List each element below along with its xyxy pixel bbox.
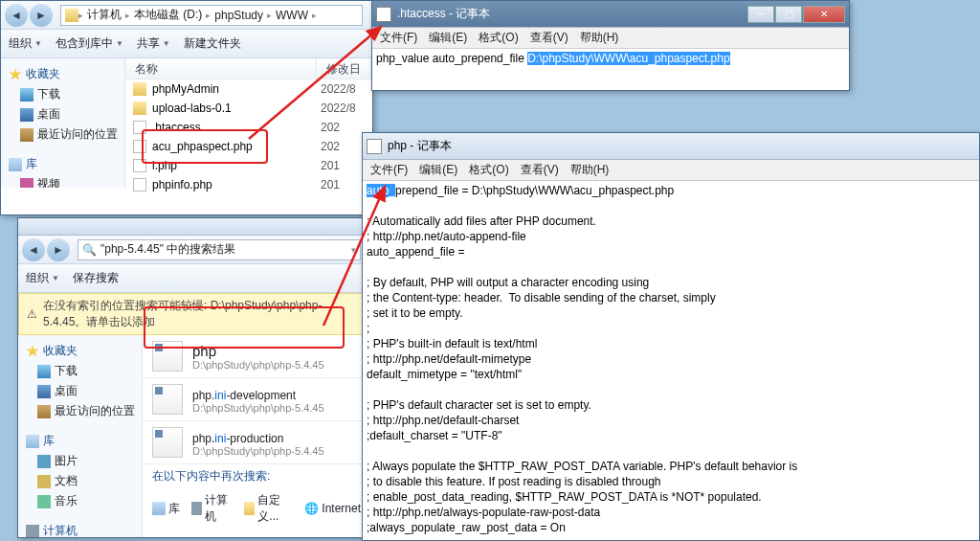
file-name: acu_phpaspect.php: [152, 140, 253, 153]
menu-edit[interactable]: 编辑(E): [419, 162, 457, 178]
result-php-ini-dev[interactable]: php.ini-development D:\phpStudy\php\php-…: [143, 378, 370, 421]
max-button[interactable]: ▢: [775, 6, 802, 23]
ini-icon: [152, 427, 183, 458]
menu-bar: 文件(F) 编辑(E) 格式(O) 查看(V) 帮助(H): [372, 28, 849, 49]
menu-view[interactable]: 查看(V): [530, 30, 568, 46]
sidebar: 收藏夹 下载 桌面 最近访问的位置 库 视频: [1, 58, 125, 188]
ini-icon: [152, 384, 183, 415]
titlebar[interactable]: .htaccess - 记事本 ─ ▢ ✕: [372, 1, 849, 28]
again-internet[interactable]: 🌐Internet: [304, 492, 361, 525]
menu-help[interactable]: 帮助(H): [580, 30, 619, 46]
text-area[interactable]: auto_prepend_file = D:\phpStudy\WWW\acu_…: [363, 181, 979, 541]
file-date: 2022/8: [321, 82, 356, 96]
share-button[interactable]: 共享▼: [137, 35, 170, 52]
sidebar: 收藏夹 下载 桌面 最近访问的位置 库 图片 文档 音乐 计算机: [18, 335, 143, 537]
file-list: 名称 修改日 phpMyAdmin2022/8upload-labs-0.120…: [125, 58, 372, 188]
titlebar: [18, 218, 370, 236]
notepad-htaccess-window: .htaccess - 记事本 ─ ▢ ✕ 文件(F) 编辑(E) 格式(O) …: [371, 0, 850, 91]
again-custom[interactable]: 自定义...: [244, 492, 293, 525]
sidebar-recent[interactable]: 最近访问的位置: [18, 401, 142, 421]
menu-edit[interactable]: 编辑(E): [429, 30, 467, 46]
notepad-icon: [376, 7, 391, 22]
min-button[interactable]: ─: [747, 6, 774, 23]
sidebar-computer[interactable]: 计算机: [18, 521, 142, 537]
file-icon: [133, 178, 146, 192]
menu-help[interactable]: 帮助(H): [570, 162, 610, 178]
file-icon: [133, 121, 146, 134]
sidebar-favorites[interactable]: 收藏夹: [1, 64, 124, 84]
sidebar-favorites[interactable]: 收藏夹: [18, 341, 142, 361]
menu-file[interactable]: 文件(F): [380, 30, 417, 46]
address-bar[interactable]: ▸计算机 ▸本地磁盘 (D:) ▸phpStudy ▸WWW ▸: [60, 5, 363, 26]
file-name: l.php: [152, 159, 177, 172]
file-row[interactable]: .htaccess202: [125, 118, 372, 137]
ini-icon: [152, 341, 183, 372]
explorer-www-window: ◄ ► ▸计算机 ▸本地磁盘 (D:) ▸phpStudy ▸WWW ▸ 组织▼…: [0, 0, 373, 215]
sidebar-documents[interactable]: 文档: [18, 471, 142, 491]
back-button[interactable]: ◄: [5, 4, 28, 27]
file-row[interactable]: acu_phpaspect.php202: [125, 137, 372, 156]
fwd-button[interactable]: ►: [30, 4, 53, 27]
search-again-label: 在以下内容中再次搜索:: [143, 464, 370, 488]
file-date: 202: [321, 140, 340, 153]
search-results: php D:\phpStudy\php\php-5.4.45 php.ini-d…: [143, 335, 370, 537]
col-name[interactable]: 名称: [125, 58, 317, 79]
menu-view[interactable]: 查看(V): [521, 162, 559, 178]
again-pc[interactable]: 计算机: [191, 492, 233, 525]
sidebar-pictures[interactable]: 图片: [18, 451, 142, 471]
col-date[interactable]: 修改日: [317, 58, 371, 79]
sidebar-music[interactable]: 音乐: [18, 491, 142, 511]
save-search-button[interactable]: 保存搜索: [73, 270, 119, 286]
file-row[interactable]: l.php201: [125, 156, 372, 175]
file-date: 202: [321, 121, 340, 134]
nav-bar: ◄ ► 🔍 "php-5.4.45" 中的搜索结果 ▾: [18, 236, 370, 264]
file-date: 201: [321, 159, 340, 172]
toolbar: 组织▼ 保存搜索: [18, 264, 370, 293]
file-name: upload-labs-0.1: [152, 101, 232, 115]
sidebar-libraries[interactable]: 库: [1, 154, 124, 174]
result-php-ini-prod[interactable]: php.ini-production D:\phpStudy\php\php-5…: [143, 421, 370, 464]
sidebar-desktop[interactable]: 桌面: [18, 381, 142, 401]
notepad-phpini-window: php - 记事本 文件(F) 编辑(E) 格式(O) 查看(V) 帮助(H) …: [362, 132, 980, 541]
file-name: .htaccess: [152, 121, 201, 134]
sidebar-video[interactable]: 视频: [1, 174, 124, 188]
again-lib[interactable]: 库: [152, 492, 180, 525]
file-name: phpinfo.php: [152, 178, 212, 192]
sidebar-downloads[interactable]: 下载: [18, 361, 142, 381]
title-text: .htaccess - 记事本: [397, 6, 490, 22]
organize-button[interactable]: 组织▼: [26, 270, 59, 286]
nav-bar: ◄ ► ▸计算机 ▸本地磁盘 (D:) ▸phpStudy ▸WWW ▸: [1, 1, 372, 30]
titlebar[interactable]: php - 记事本: [363, 133, 979, 160]
sidebar-libraries[interactable]: 库: [18, 431, 142, 451]
folder-icon: [133, 82, 146, 96]
menu-format[interactable]: 格式(O): [479, 30, 518, 46]
file-date: 201: [321, 178, 340, 192]
back-button[interactable]: ◄: [22, 238, 45, 261]
sidebar-desktop[interactable]: 桌面: [1, 104, 124, 124]
newfolder-button[interactable]: 新建文件夹: [184, 35, 241, 52]
explorer-search-window: ◄ ► 🔍 "php-5.4.45" 中的搜索结果 ▾ 组织▼ 保存搜索 ⚠在没…: [17, 217, 371, 538]
file-row[interactable]: phpinfo.php201: [125, 175, 372, 194]
organize-button[interactable]: 组织▼: [9, 35, 42, 52]
file-date: 2022/8: [321, 101, 356, 115]
title-text: php - 记事本: [388, 138, 452, 154]
file-row[interactable]: phpMyAdmin2022/8: [125, 79, 372, 99]
menu-file[interactable]: 文件(F): [370, 162, 408, 178]
text-area[interactable]: php_value auto_prepend_file D:\phpStudy\…: [372, 49, 849, 68]
file-row[interactable]: upload-labs-0.12022/8: [125, 99, 372, 118]
close-button[interactable]: ✕: [803, 6, 845, 23]
fwd-button[interactable]: ►: [47, 238, 70, 261]
menu-format[interactable]: 格式(O): [469, 162, 508, 178]
folder-icon: [65, 9, 78, 22]
address-bar[interactable]: 🔍 "php-5.4.45" 中的搜索结果 ▾: [78, 239, 361, 260]
sidebar-downloads[interactable]: 下载: [1, 84, 124, 104]
folder-icon: [133, 101, 146, 115]
sidebar-recent[interactable]: 最近访问的位置: [1, 124, 124, 145]
result-php[interactable]: php D:\phpStudy\php\php-5.4.45: [143, 335, 370, 378]
index-warning[interactable]: ⚠在没有索引的位置搜索可能较慢: D:\phpStudy\php\php-5.4…: [18, 293, 370, 335]
file-icon: [133, 159, 146, 172]
menu-bar: 文件(F) 编辑(E) 格式(O) 查看(V) 帮助(H): [363, 160, 979, 181]
notepad-icon: [367, 139, 382, 154]
include-button[interactable]: 包含到库中▼: [56, 35, 123, 52]
toolbar: 组织▼ 包含到库中▼ 共享▼ 新建文件夹: [1, 30, 372, 58]
